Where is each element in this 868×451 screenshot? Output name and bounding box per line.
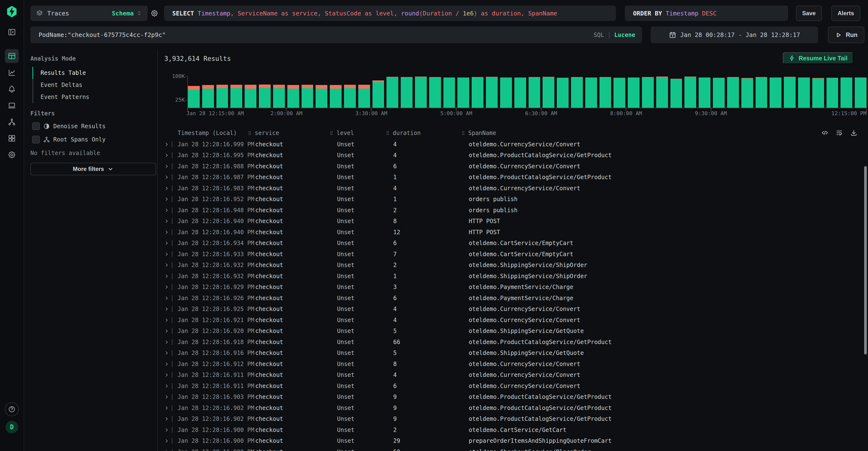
save-button[interactable]: Save [796, 5, 822, 21]
alerts-bell-icon[interactable] [8, 85, 16, 93]
table-row[interactable]: Jan 28 12:28:16.952 PM checkout Unset 1 … [158, 194, 858, 205]
denoise-results-checkbox[interactable]: Denoise Results [32, 122, 106, 130]
search-input[interactable]: PodName:"checkout-675775c4cc-f2p9c" SQL … [30, 27, 642, 43]
table-row[interactable]: Jan 28 12:28:16.903 PM checkout Unset 9 … [158, 392, 858, 403]
checkbox-unchecked[interactable] [32, 136, 40, 143]
table-row[interactable]: Jan 28 12:28:16.900 PM checkout Unset 29… [158, 435, 858, 447]
chevron-right-icon[interactable] [164, 372, 169, 377]
mode-event-patterns[interactable]: Event Patterns [32, 91, 89, 103]
user-avatar[interactable]: D [5, 421, 18, 433]
mode-sql[interactable]: SQL [593, 32, 604, 38]
table-row[interactable]: Jan 28 12:28:16.940 PM checkout Unset 8 … [158, 216, 858, 227]
alerts-button[interactable]: Alerts [831, 5, 860, 21]
chevron-right-icon[interactable] [164, 274, 169, 279]
chevron-right-icon[interactable] [164, 164, 169, 169]
chevron-right-icon[interactable] [164, 142, 169, 147]
column-header-spanname[interactable]: SpanName [461, 130, 496, 136]
table-row[interactable]: Jan 28 12:28:16.932 PM checkout Unset 1 … [158, 271, 858, 282]
root-spans-only-checkbox[interactable]: Root Spans Only [32, 136, 106, 143]
chevron-right-icon[interactable] [164, 174, 169, 180]
resume-live-tail-button[interactable]: Resume Live Tail [783, 52, 853, 64]
table-row[interactable]: Jan 28 12:28:16.902 PM checkout Unset 9 … [158, 414, 858, 425]
table-row[interactable]: Jan 28 12:28:16.995 PM checkout Unset 4 … [158, 150, 858, 161]
chevron-right-icon[interactable] [164, 317, 169, 323]
table-row[interactable]: Jan 28 12:28:16.999 PM checkout Unset 4 … [158, 139, 858, 150]
table-row[interactable]: Jan 28 12:28:16.987 PM checkout Unset 1 … [158, 172, 858, 183]
table-row[interactable]: Jan 28 12:28:16.912 PM checkout Unset 8 … [158, 359, 858, 370]
chevron-right-icon[interactable] [164, 219, 169, 224]
hyperdx-logo[interactable] [5, 5, 18, 18]
table-row[interactable]: Jan 28 12:28:16.932 PM checkout Unset 2 … [158, 260, 858, 271]
date-range-picker[interactable]: Jan 28 00:28:17 - Jan 28 12:28:17 [651, 27, 818, 43]
download-icon[interactable] [850, 129, 857, 136]
column-header-duration[interactable]: duration [385, 130, 421, 136]
column-header-timestamp[interactable]: Timestamp (Local) [178, 130, 237, 136]
sql-select-input[interactable]: SELECT Timestamp, ServiceName as service… [164, 5, 616, 21]
chevron-right-icon[interactable] [164, 438, 169, 444]
chevron-right-icon[interactable] [164, 208, 169, 213]
chevron-right-icon[interactable] [164, 394, 169, 400]
chevron-right-icon[interactable] [164, 241, 169, 246]
table-row[interactable]: Jan 28 12:28:16.934 PM checkout Unset 6 … [158, 238, 858, 249]
chevron-right-icon[interactable] [164, 262, 169, 268]
table-row[interactable]: Jan 28 12:28:16.929 PM checkout Unset 3 … [158, 282, 858, 293]
grip-icon[interactable] [329, 130, 334, 136]
chevron-right-icon[interactable] [164, 252, 169, 257]
collapse-panel-icon[interactable] [8, 28, 16, 36]
table-row[interactable]: Jan 28 12:28:16.900 PM checkout Unset 2 … [158, 424, 858, 435]
service-map-icon[interactable] [8, 118, 16, 126]
table-row[interactable]: Jan 28 12:28:16.925 PM checkout Unset 4 … [158, 304, 858, 315]
source-selector[interactable]: Traces Schema [30, 5, 148, 21]
chevron-right-icon[interactable] [164, 384, 169, 389]
chevron-right-icon[interactable] [164, 339, 169, 345]
chevron-right-icon[interactable] [164, 295, 169, 301]
vertical-scrollbar[interactable] [864, 166, 867, 355]
mode-lucene[interactable]: Lucene [614, 32, 635, 38]
grip-icon[interactable] [461, 130, 466, 136]
more-filters-button[interactable]: More filters [30, 163, 156, 175]
table-row[interactable]: Jan 28 12:28:16.988 PM checkout Unset 6 … [158, 161, 858, 172]
table-row[interactable]: Jan 28 12:28:16.911 PM checkout Unset 4 … [158, 370, 858, 381]
chevron-right-icon[interactable] [164, 197, 169, 202]
settings-gear-icon[interactable] [8, 151, 16, 159]
chevron-right-icon[interactable] [164, 230, 169, 235]
table-row[interactable]: Jan 28 12:28:16.948 PM checkout Unset 2 … [158, 205, 858, 216]
table-row[interactable]: Jan 28 12:28:16.918 PM checkout Unset 66… [158, 337, 858, 348]
table-row[interactable]: Jan 28 12:28:16.940 PM checkout Unset 12… [158, 227, 858, 238]
mode-event-deltas[interactable]: Event Deltas [32, 79, 89, 91]
table-row[interactable]: Jan 28 12:28:16.916 PM checkout Unset 5 … [158, 348, 858, 359]
text-wrap-icon[interactable] [836, 129, 843, 136]
source-settings-gear-icon[interactable] [151, 9, 158, 18]
dashboards-icon[interactable] [8, 134, 16, 142]
chevron-right-icon[interactable] [164, 328, 169, 334]
chevron-right-icon[interactable] [164, 306, 169, 312]
chevron-right-icon[interactable] [164, 427, 169, 433]
grip-icon[interactable] [247, 130, 252, 136]
table-row[interactable]: Jan 28 12:28:16.921 PM checkout Unset 4 … [158, 315, 858, 326]
chevron-right-icon[interactable] [164, 449, 169, 451]
chart-explorer-icon[interactable] [8, 68, 16, 77]
table-row[interactable]: Jan 28 12:28:16.933 PM checkout Unset 7 … [158, 249, 858, 260]
table-row[interactable]: Jan 28 12:28:16.926 PM checkout Unset 6 … [158, 292, 858, 304]
order-by-input[interactable]: ORDER BY Timestamp DESC [625, 5, 788, 21]
table-row[interactable]: Jan 28 12:28:16.902 PM checkout Unset 9 … [158, 402, 858, 414]
table-row[interactable]: Jan 28 12:28:16.920 PM checkout Unset 5 … [158, 326, 858, 337]
column-header-level[interactable]: level [329, 130, 354, 136]
table-row[interactable]: Jan 28 12:28:16.983 PM checkout Unset 4 … [158, 183, 858, 194]
column-header-service[interactable]: service [247, 130, 279, 136]
chevron-right-icon[interactable] [164, 186, 169, 191]
chevron-right-icon[interactable] [164, 361, 169, 367]
results-histogram[interactable] [187, 73, 867, 108]
table-row[interactable]: Jan 28 12:28:16.911 PM checkout Unset 6 … [158, 380, 858, 392]
code-icon[interactable] [821, 129, 829, 136]
chevron-right-icon[interactable] [164, 152, 169, 158]
help-icon[interactable] [5, 402, 19, 416]
chevron-right-icon[interactable] [164, 416, 169, 422]
search-table-icon[interactable] [5, 49, 19, 63]
checkbox-unchecked[interactable] [32, 122, 40, 130]
chevron-right-icon[interactable] [164, 350, 169, 356]
chevron-right-icon[interactable] [164, 405, 169, 411]
client-sessions-icon[interactable] [8, 102, 16, 110]
table-row[interactable]: Jan 28 12:28:16.900 PM checkout Unset 50… [158, 446, 858, 451]
mode-results-table[interactable]: Results Table [32, 67, 89, 79]
